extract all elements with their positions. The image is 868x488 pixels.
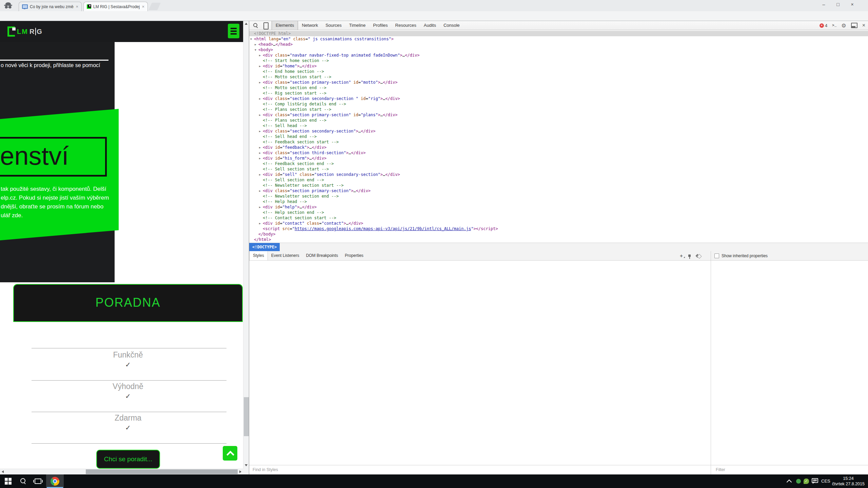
dom-tree-line[interactable]: ▶<head>…</head> — [249, 42, 868, 47]
dom-tree-line[interactable]: ▶<div id="his_form">…</div> — [249, 156, 868, 161]
find-in-styles-input[interactable]: Find in Styles — [249, 465, 711, 474]
dom-tree-line[interactable]: <!-- Help section end --> — [249, 210, 868, 215]
dom-tree-line[interactable]: <!-- Motto section end --> — [249, 85, 868, 90]
device-emulation-icon[interactable] — [263, 23, 268, 28]
dom-tree-line[interactable]: ▶<div class="section secondary-section "… — [249, 96, 868, 101]
dom-tree-line[interactable]: ▶<div class="section secondary-section">… — [249, 128, 868, 134]
dom-tree-line[interactable]: <!-- Sell head end --> — [249, 134, 868, 139]
pin-icon[interactable] — [688, 255, 691, 257]
breadcrumb-doctype[interactable]: <!DOCTYPE> — [249, 243, 280, 251]
expand-arrow-right-icon[interactable]: ▶ — [259, 64, 263, 69]
scrollbar-left-arrow-icon[interactable] — [2, 470, 4, 473]
dom-tree-line[interactable]: ▶<div class="section primary-section" id… — [249, 112, 868, 118]
scroll-to-top-button[interactable] — [223, 446, 237, 461]
dom-tree-line[interactable]: <!-- Plans section end --> — [249, 118, 868, 123]
scrollbar-down-arrow-icon[interactable] — [245, 464, 248, 466]
site-logo[interactable]: LM R G — [7, 25, 42, 38]
expand-arrow-right-icon[interactable]: ▶ — [259, 188, 263, 194]
dom-tree-line[interactable]: <!-- Rig section start --> — [249, 90, 868, 96]
tab-close-icon[interactable]: × — [142, 4, 144, 9]
expand-arrow-down-icon[interactable]: ▼ — [250, 37, 254, 42]
taskbar-search-icon[interactable] — [20, 478, 26, 484]
dom-tree-line[interactable]: ▶<div class="section third-section">…</d… — [249, 150, 868, 156]
language-indicator[interactable]: CES — [821, 474, 830, 488]
sidebar-tab-dom-breakpoints[interactable]: DOM Breakpoints — [302, 251, 341, 260]
expand-arrow-right-icon[interactable]: ▶ — [259, 205, 263, 210]
dom-tree-line[interactable]: ▼<html lang="en" class=" js cssanimation… — [249, 36, 868, 42]
start-button[interactable] — [5, 478, 12, 485]
scrollbar-up-arrow-icon[interactable] — [245, 23, 248, 25]
sidebar-tab-styles[interactable]: Styles — [249, 251, 268, 260]
expand-arrow-right-icon[interactable]: ▶ — [259, 129, 263, 134]
dom-tree-line[interactable]: <!-- Sell section end --> — [249, 177, 868, 183]
hamburger-menu-button[interactable] — [228, 24, 239, 38]
devtools-tab-profiles[interactable]: Profiles — [369, 21, 391, 30]
site-horizontal-scrollbar[interactable] — [0, 469, 243, 474]
expand-arrow-right-icon[interactable]: ▶ — [259, 156, 263, 161]
devtools-tab-timeline[interactable]: Timeline — [346, 21, 370, 30]
dom-tree-line[interactable]: ▶<div id="sell" class="section secondary… — [249, 172, 868, 177]
expand-arrow-right-icon[interactable]: ▶ — [255, 42, 258, 47]
inspect-search-icon[interactable] — [253, 23, 258, 28]
dom-tree-line[interactable]: <script src="https://maps.googleapis.com… — [249, 226, 868, 231]
dom-tree-line[interactable]: </body> — [249, 231, 868, 237]
consult-button[interactable]: Chci se poradit... — [96, 450, 160, 469]
computed-filter-input[interactable]: Filter — [711, 465, 868, 474]
task-view-icon[interactable] — [35, 479, 41, 484]
dom-tree-line[interactable]: </html> — [249, 237, 868, 242]
dock-side-icon[interactable] — [851, 23, 857, 28]
clock[interactable]: 15:24 čtvrtek 27.8.2015 — [830, 476, 867, 487]
expand-arrow-down-icon[interactable]: ▼ — [255, 47, 258, 53]
expand-arrow-right-icon[interactable]: ▶ — [259, 145, 263, 150]
expand-arrow-right-icon[interactable]: ▶ — [259, 172, 263, 178]
new-style-rule-icon[interactable]: + — [680, 253, 683, 259]
tray-antivirus-icon[interactable]: ✓ — [804, 479, 809, 484]
dom-tree-line[interactable]: ▶<div id="feedback">…</div> — [249, 145, 868, 150]
tray-expand-chevron-icon[interactable] — [787, 480, 792, 485]
window-minimize-button[interactable]: – — [816, 0, 831, 9]
expand-arrow-right-icon[interactable]: ▶ — [259, 150, 263, 156]
window-maximize-button[interactable]: □ — [831, 0, 845, 9]
tray-message-icon[interactable] — [812, 478, 818, 483]
window-close-button[interactable]: × — [845, 0, 860, 9]
expand-arrow-right-icon[interactable]: ▶ — [259, 96, 263, 102]
settings-gear-icon[interactable]: ⚙ — [841, 22, 846, 29]
dom-tree-line[interactable]: <!-- Feedback section end --> — [249, 161, 868, 166]
scrollbar-right-arrow-icon[interactable] — [239, 470, 241, 473]
dom-tree-line[interactable]: <!-- Sell section start --> — [249, 166, 868, 172]
devtools-tab-elements[interactable]: Elements — [272, 21, 298, 30]
dom-tree-line[interactable]: <!-- Newsletter section end --> — [249, 194, 868, 199]
browser-tab-inactive[interactable]: Co by jste na webu změni × — [19, 2, 82, 11]
devtools-tab-audits[interactable]: Audits — [420, 21, 440, 30]
dom-tree-line[interactable]: <!-- Newsletter section start --> — [249, 183, 868, 188]
browser-tab-active[interactable]: LM RIG | Sestava&Prodej × — [83, 2, 148, 11]
dom-tree-line[interactable]: ▶<div class="section primary-section">…<… — [249, 188, 868, 194]
sidebar-tab-properties[interactable]: Properties — [341, 251, 367, 260]
devtools-tab-console[interactable]: Console — [440, 21, 463, 30]
show-inherited-checkbox[interactable] — [714, 253, 719, 258]
new-tab-button[interactable] — [149, 3, 161, 10]
dom-tree-line[interactable]: <!-- Contact section start --> — [249, 215, 868, 221]
expand-arrow-right-icon[interactable]: ▶ — [259, 113, 263, 118]
dom-tree-line[interactable]: ▶<div id="home">…</div> — [249, 63, 868, 69]
scrollbar-thumb[interactable] — [244, 397, 249, 436]
taskbar-chrome-button[interactable] — [46, 474, 64, 488]
dom-tree-line[interactable]: <!-- Motto section start --> — [249, 74, 868, 80]
tray-green-app-icon[interactable] — [796, 479, 801, 484]
dom-tree-line[interactable]: ▶<div id="help">…</div> — [249, 204, 868, 210]
devtools-tab-network[interactable]: Network — [298, 21, 322, 30]
devtools-tab-resources[interactable]: Resources — [392, 21, 420, 30]
devtools-close-icon[interactable]: × — [862, 22, 865, 28]
sidebar-tab-event-listeners[interactable]: Event Listeners — [268, 251, 303, 260]
dom-tree-line[interactable]: <!-- Feedback section start --> — [249, 139, 868, 145]
dom-tree-line[interactable]: ▼<body> — [249, 47, 868, 53]
devtools-tab-sources[interactable]: Sources — [322, 21, 346, 30]
dom-tree-line[interactable]: ▶<div id="contact" class="contact">…</di… — [249, 221, 868, 226]
dom-tree-line[interactable]: ▶<div class="navbar navbar-fixed-top ani… — [249, 53, 868, 58]
expand-arrow-right-icon[interactable]: ▶ — [259, 53, 263, 58]
dom-tree-line[interactable]: <!-- Help head --> — [249, 199, 868, 204]
console-drawer-icon[interactable]: >_ — [832, 23, 836, 27]
dom-tree-line[interactable]: <!-- Sell head --> — [249, 123, 868, 128]
error-count-badge[interactable]: × 4 — [820, 23, 827, 28]
dom-tree-line[interactable]: <!-- End home section --> — [249, 69, 868, 74]
